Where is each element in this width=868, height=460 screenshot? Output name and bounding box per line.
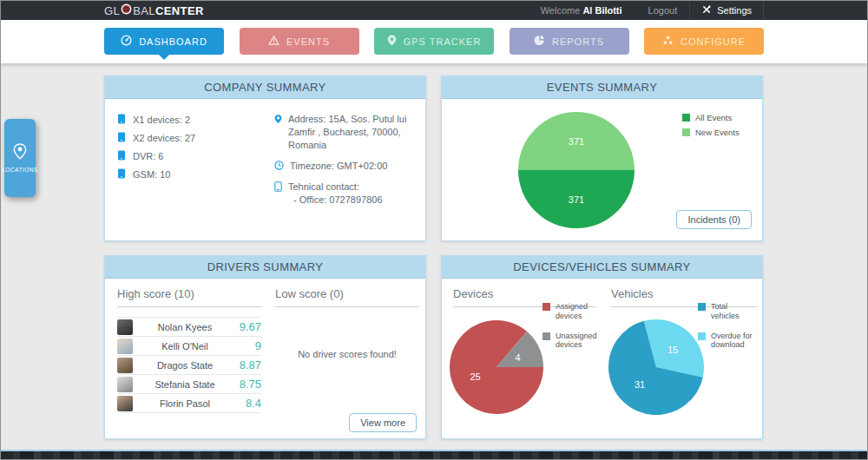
table-row[interactable]: Stefania State8.75 (117, 375, 261, 394)
tab-label: DASHBOARD (139, 36, 207, 47)
location-pin-icon (13, 143, 27, 163)
svg-text:371: 371 (569, 194, 584, 205)
empty-scores-message: No driver scores found! (275, 349, 419, 359)
svg-text:371: 371 (569, 136, 584, 147)
company-device-list: X1 devices: 2 X2 devices: 27 DVR: 6 GSM:… (117, 115, 195, 187)
logo-text-gl: GL (104, 4, 120, 17)
events-summary-panel: EVENTS SUMMARY 371371 All Events New Eve… (441, 76, 763, 241)
tab-label: GPS TRACKER (404, 36, 482, 47)
pie-chart-icon (534, 35, 545, 48)
phone-icon (274, 181, 282, 207)
legend-swatch (682, 128, 690, 136)
list-item: X1 devices: 2 (117, 115, 195, 125)
app-window: GL BAL CENTER Welcome Al Bilotti Logout … (0, 0, 868, 460)
top-bar: GL BAL CENTER Welcome Al Bilotti Logout … (1, 1, 867, 20)
svg-text:4: 4 (515, 352, 520, 363)
legend-label: New Events (695, 128, 740, 137)
legend-label: Assigned devices (556, 302, 598, 321)
driver-score: 9.67 (230, 320, 261, 333)
legend-swatch (698, 332, 706, 340)
tab-label: EVENTS (286, 36, 330, 47)
avatar (117, 338, 133, 354)
legend-swatch (682, 114, 690, 122)
panel-title: COMPANY SUMMARY (105, 76, 425, 99)
locations-label: LOCATIONS (2, 167, 38, 173)
avatar (117, 377, 133, 392)
address-row: Address: 15A, Sos. Putul lui Zamfir , Bu… (274, 113, 420, 152)
devices-half: Devices 254 Assigned devices Unassigned … (442, 279, 602, 437)
contact-office: - Office: 0727897806 (288, 194, 383, 207)
company-contact-info: Address: 15A, Sos. Putul lui Zamfir , Bu… (274, 113, 420, 214)
table-row[interactable]: Kelli O'Neil9 (117, 337, 261, 356)
driver-name: Dragos State (140, 360, 230, 371)
logo-target-icon (120, 3, 133, 17)
drivers-summary-panel: DRIVERS SUMMARY High score (10) Nolan Ky… (104, 255, 426, 439)
tab-dashboard[interactable]: DASHBOARD (104, 28, 224, 55)
panel-title: DRIVERS SUMMARY (105, 256, 425, 279)
legend-item: New Events (682, 128, 740, 137)
tools-icon (701, 4, 712, 16)
list-item: GSM: 10 (117, 169, 195, 180)
table-row[interactable]: Dragos State8.87 (117, 356, 261, 375)
driver-name: Nolan Kyees (140, 322, 230, 332)
list-item: X2 devices: 27 (117, 133, 195, 143)
tab-events[interactable]: EVENTS (240, 28, 359, 55)
legend-swatch (542, 303, 550, 311)
bottom-dark-bar (1, 451, 867, 459)
locations-side-tab[interactable]: LOCATIONS (4, 119, 36, 197)
legend-item: Overdue for download (698, 332, 755, 351)
warning-triangle-icon (268, 35, 279, 48)
devices-vehicles-summary-panel: DEVICES/VEHICLES SUMMARY Devices 254 Ass… (441, 255, 763, 439)
nav-tab-strip: DASHBOARD EVENTS GPS TRACKER REPORTS CON… (1, 20, 867, 63)
panel-title: EVENTS SUMMARY (442, 76, 762, 99)
welcome-text: Welcome Al Bilotti (541, 5, 622, 16)
driver-name: Kelli O'Neil (140, 341, 230, 352)
logo-text-bal: BAL (133, 4, 155, 17)
legend-item: Assigned devices (542, 302, 598, 321)
low-score-heading: Low score (0) (275, 287, 419, 307)
logo-text-center: CENTER (155, 4, 204, 17)
panel-title: DEVICES/VEHICLES SUMMARY (442, 256, 762, 279)
high-score-column: High score (10) Nolan Kyees9.67 Kelli O'… (117, 287, 261, 413)
table-row[interactable]: Florin Pasol8.4 (117, 394, 261, 413)
dashboard-gauge-icon (121, 35, 132, 48)
legend-label: Unassigned devices (556, 332, 598, 351)
tab-reports[interactable]: REPORTS (510, 28, 629, 55)
settings-button[interactable]: Settings (689, 1, 764, 20)
device-count-text: X1 devices: 2 (133, 115, 190, 125)
svg-text:25: 25 (470, 371, 480, 382)
driver-score-table: Nolan Kyees9.67 Kelli O'Neil9 Dragos Sta… (117, 317, 261, 413)
cluster-gear-icon (662, 35, 674, 48)
low-score-column: Low score (0) No driver scores found! (275, 287, 419, 359)
welcome-prefix: Welcome (541, 5, 581, 16)
legend-label: Total vehicles (711, 302, 755, 321)
logout-link[interactable]: Logout (638, 5, 688, 16)
legend-swatch (698, 303, 706, 311)
clock-icon (274, 160, 284, 174)
driver-score: 8.75 (230, 378, 261, 391)
svg-text:31: 31 (635, 379, 645, 390)
device-count-text: DVR: 6 (133, 151, 163, 161)
driver-name: Stefania State (140, 379, 230, 390)
high-score-heading: High score (10) (117, 287, 261, 307)
timezone-row: Timezone: GMT+02:00 (274, 160, 420, 174)
device-count-text: X2 devices: 27 (133, 133, 195, 143)
settings-label: Settings (717, 5, 752, 16)
events-legend: All Events New Events (682, 113, 740, 142)
location-pin-icon (387, 35, 397, 48)
incidents-button[interactable]: Incidents (0) (676, 210, 752, 229)
devices-legend: Assigned devices Unassigned devices (542, 302, 598, 360)
app-logo: GL BAL CENTER (104, 3, 204, 17)
legend-label: All Events (695, 113, 732, 122)
company-summary-panel: COMPANY SUMMARY X1 devices: 2 X2 devices… (104, 76, 426, 241)
table-row[interactable]: Nolan Kyees9.67 (117, 318, 261, 337)
svg-text:15: 15 (667, 345, 678, 355)
bottom-strip (1, 450, 867, 459)
tab-configure[interactable]: CONFIGURE (644, 28, 764, 55)
device-icon (117, 114, 126, 126)
driver-score: 8.87 (230, 358, 261, 371)
timezone-text: Timezone: GMT+02:00 (290, 160, 387, 174)
tab-gps-tracker[interactable]: GPS TRACKER (374, 28, 494, 55)
view-more-button[interactable]: View more (349, 413, 417, 432)
legend-item: Total vehicles (698, 302, 755, 321)
